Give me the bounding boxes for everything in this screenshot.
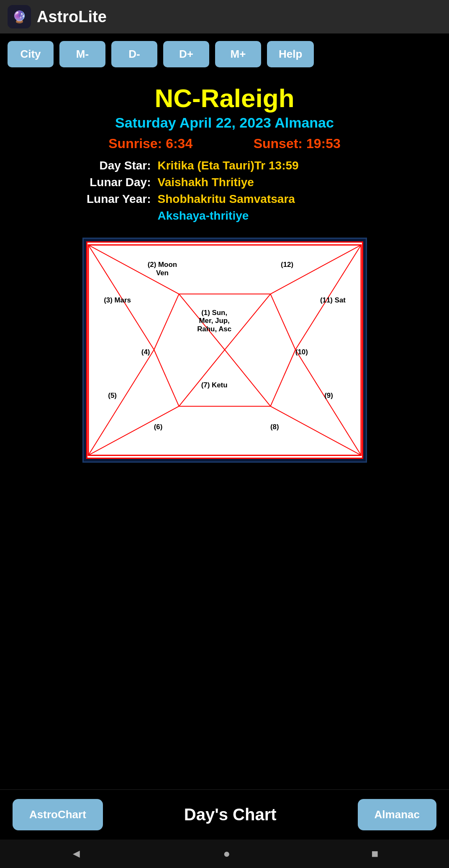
home-button[interactable]: ● — [223, 847, 230, 860]
svg-text:(12): (12) — [281, 261, 293, 269]
lunar-year-row: Lunar Year: Shobhakritu Samvatsara — [66, 192, 384, 206]
svg-text:(8): (8) — [270, 423, 279, 431]
svg-text:(4): (4) — [141, 348, 150, 356]
info-table: Day Star: Kritika (Eta Tauri)Tr 13:59 Lu… — [66, 159, 384, 226]
app-icon-glyph: 🔮 — [12, 10, 27, 24]
lunar-day-row: Lunar Day: Vaishakh Thritiye — [66, 176, 384, 189]
d-minus-button[interactable]: D- — [111, 41, 157, 67]
date-almanac: Saturday April 22, 2023 Almanac — [115, 115, 334, 131]
main-content: NC-Raleigh Saturday April 22, 2023 Alman… — [0, 75, 449, 789]
sunset-time: Sunset: 19:53 — [254, 136, 341, 151]
svg-text:(5): (5) — [108, 392, 117, 399]
svg-text:Rahu, Asc: Rahu, Asc — [197, 325, 231, 333]
lunar-year-value: Shobhakritu Samvatsara — [158, 192, 295, 206]
system-nav: ◄ ● ■ — [0, 840, 449, 868]
app-icon: 🔮 — [8, 5, 31, 28]
top-bar: 🔮 AstroLite — [0, 0, 449, 33]
sun-times: Sunrise: 6:34 Sunset: 19:53 — [78, 136, 371, 151]
chart-container: (1) Sun, Mer, Jup, Rahu, Asc (2) Moon Ve… — [82, 238, 367, 463]
svg-text:(9): (9) — [324, 392, 333, 399]
back-button[interactable]: ◄ — [71, 847, 82, 860]
chart-svg: (1) Sun, Mer, Jup, Rahu, Asc (2) Moon Ve… — [87, 243, 362, 458]
m-plus-button[interactable]: M+ — [215, 41, 261, 67]
lunar-day-value: Vaishakh Thritiye — [158, 176, 254, 189]
help-button[interactable]: Help — [267, 41, 314, 67]
nav-buttons: City M- D- D+ M+ Help — [0, 33, 449, 75]
day-star-value: Kritika (Eta Tauri)Tr 13:59 — [158, 159, 299, 172]
day-star-row: Day Star: Kritika (Eta Tauri)Tr 13:59 — [66, 159, 384, 172]
sunrise-time: Sunrise: 6:34 — [108, 136, 192, 151]
recent-button[interactable]: ■ — [371, 847, 378, 860]
chart-inner: (1) Sun, Mer, Jup, Rahu, Asc (2) Moon Ve… — [86, 241, 363, 459]
day-star-label: Day Star: — [66, 159, 158, 172]
astrochart-button[interactable]: AstroChart — [13, 799, 103, 830]
svg-text:(11) Sat: (11) Sat — [320, 296, 345, 304]
svg-text:(3) Mars: (3) Mars — [104, 296, 131, 304]
app-title: AstroLite — [37, 8, 107, 26]
svg-text:(6): (6) — [154, 423, 162, 431]
days-chart-label: Day's Chart — [184, 805, 277, 824]
svg-text:(1) Sun,: (1) Sun, — [201, 309, 227, 317]
svg-text:Ven: Ven — [156, 269, 168, 277]
m-minus-button[interactable]: M- — [59, 41, 105, 67]
svg-text:(2) Moon: (2) Moon — [147, 261, 177, 269]
d-plus-button[interactable]: D+ — [163, 41, 209, 67]
lunar-year-label: Lunar Year: — [66, 192, 158, 206]
city-name: NC-Raleigh — [154, 83, 294, 113]
svg-text:Mer, Jup,: Mer, Jup, — [199, 317, 229, 325]
svg-text:(7) Ketu: (7) Ketu — [201, 381, 227, 389]
city-button[interactable]: City — [8, 41, 54, 67]
bottom-bar: AstroChart Day's Chart Almanac — [0, 789, 449, 840]
special-event-value: Akshaya-thritiye — [158, 209, 249, 223]
svg-text:(10): (10) — [295, 348, 308, 356]
special-event-row: Akshaya-thritiye — [66, 209, 384, 223]
lunar-day-label: Lunar Day: — [66, 176, 158, 189]
almanac-button[interactable]: Almanac — [358, 799, 436, 830]
